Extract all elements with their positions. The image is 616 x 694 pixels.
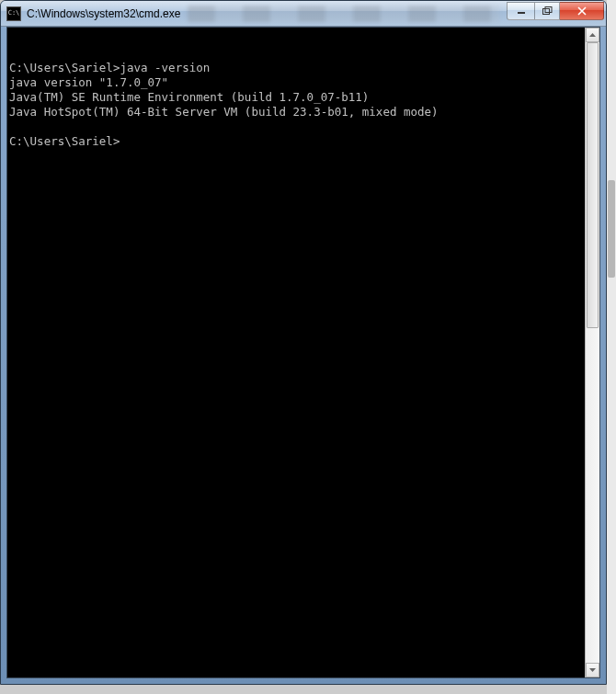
minimize-button[interactable]	[507, 2, 534, 20]
svg-rect-0	[518, 12, 525, 14]
scrollbar-thumb[interactable]	[587, 42, 599, 328]
close-button[interactable]	[560, 2, 604, 20]
scrollbar-track[interactable]	[586, 42, 599, 663]
output-line: Java HotSpot(TM) 64-Bit Server VM (build…	[9, 105, 439, 119]
svg-rect-1	[542, 9, 549, 15]
terminal-text: C:\Users\Sariel>java -version java versi…	[9, 31, 585, 149]
terminal-output[interactable]: C:\Users\Sariel>java -version java versi…	[7, 28, 585, 677]
host-scrollbar[interactable]	[607, 0, 616, 694]
minimize-icon	[517, 6, 526, 16]
host-scrollbar-thumb[interactable]	[608, 180, 615, 278]
typed-command: java -version	[120, 61, 210, 74]
window-title: C:\Windows\system32\cmd.exe	[27, 7, 180, 20]
window-controls	[507, 6, 604, 20]
scroll-down-button[interactable]	[586, 663, 599, 677]
close-icon	[576, 6, 587, 16]
prompt: C:\Users\Sariel>	[9, 61, 120, 74]
output-line: Java(TM) SE Runtime Environment (build 1…	[9, 90, 369, 104]
cmd-window: C:\ C:\Windows\system32\cmd.exe	[0, 0, 607, 685]
output-line: java version "1.7.0_07"	[9, 75, 168, 89]
titlebar[interactable]: C:\ C:\Windows\system32\cmd.exe	[1, 1, 606, 27]
svg-rect-2	[545, 7, 552, 13]
terminal-scrollbar[interactable]	[585, 28, 599, 677]
scroll-up-button[interactable]	[586, 28, 599, 42]
chevron-up-icon	[589, 33, 596, 37]
cmd-icon: C:\	[6, 6, 21, 21]
maximize-icon	[542, 6, 553, 16]
prompt: C:\Users\Sariel>	[9, 134, 120, 148]
maximize-button[interactable]	[534, 2, 560, 20]
titlebar-background-blur	[188, 6, 499, 22]
client-area: C:\Users\Sariel>java -version java versi…	[6, 27, 600, 678]
chevron-down-icon	[589, 668, 596, 672]
